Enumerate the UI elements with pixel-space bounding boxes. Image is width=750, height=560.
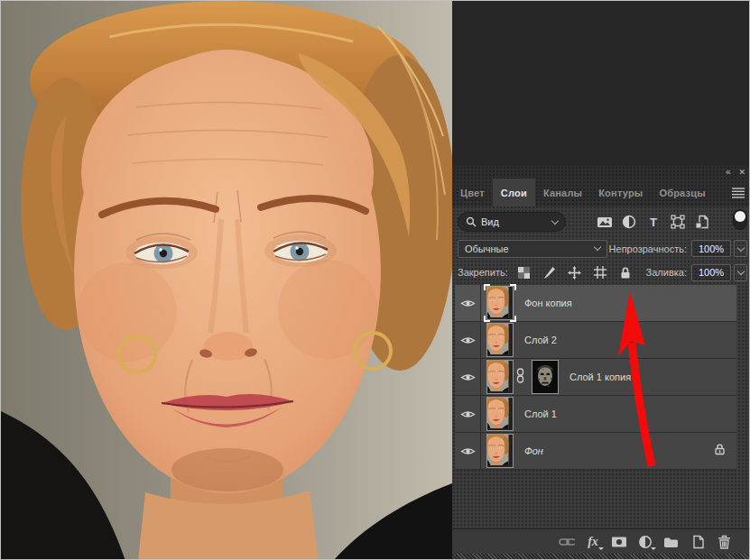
layer-name: Слой 2: [524, 335, 557, 345]
layer-name: Фон: [524, 445, 543, 456]
layer-row-fon[interactable]: Фон: [455, 433, 736, 470]
chevron-down-icon: [736, 243, 744, 251]
selection-bracket: [510, 316, 516, 322]
layer-name: Фон копия: [524, 298, 572, 308]
panel-header: « ✕: [452, 166, 750, 179]
fill-dropdown-button[interactable]: [734, 264, 747, 281]
tab-layers[interactable]: Слои: [493, 179, 535, 207]
eye-icon: [460, 446, 476, 456]
filter-kind-value: Вид: [481, 216, 499, 227]
pixel-layers-icon[interactable]: [597, 215, 613, 230]
lock-transparency-icon[interactable]: [517, 265, 532, 280]
eye-icon: [460, 298, 476, 308]
delete-layer-icon[interactable]: [716, 534, 732, 550]
lock-buttons: [517, 265, 633, 280]
layer-filter-row: Вид T: [452, 207, 750, 237]
smart-object-layers-icon[interactable]: [694, 215, 710, 230]
layer-row-fon-kopiya[interactable]: Фон копия: [455, 285, 736, 322]
chevron-down-icon: [551, 216, 559, 224]
panel-menu-icon[interactable]: [731, 187, 745, 198]
selection-bracket: [484, 316, 490, 322]
workspace-background: [452, 1, 750, 166]
workspace-right-column: « ✕ Цвет Слои Каналы Контуры Образцы: [452, 1, 750, 560]
search-icon: [466, 216, 477, 227]
photoshop-window: « ✕ Цвет Слои Каналы Контуры Образцы: [0, 0, 750, 560]
lock-artboard-icon[interactable]: [593, 265, 607, 280]
eye-icon: [460, 372, 476, 382]
fill-value-field[interactable]: 100%: [691, 264, 731, 281]
chevron-down-icon: [594, 243, 601, 251]
layer-row-sloy-1[interactable]: Слой 1: [455, 396, 736, 433]
document-canvas[interactable]: [1, 1, 452, 560]
lock-all-icon[interactable]: [618, 265, 633, 280]
layer-list: Фон копия Слой 2: [452, 285, 750, 528]
visibility-toggle[interactable]: [455, 285, 481, 321]
layer-mask-thumbnail[interactable]: [531, 359, 560, 395]
opacity-dropdown-button[interactable]: [734, 240, 747, 257]
adjustment-layers-icon[interactable]: [621, 215, 637, 230]
type-layers-icon[interactable]: T: [645, 215, 662, 230]
eye-icon: [460, 335, 476, 345]
mask-link-icon[interactable]: [516, 368, 524, 387]
add-mask-icon[interactable]: [611, 534, 627, 550]
visibility-toggle[interactable]: [455, 322, 481, 358]
eye-icon: [460, 409, 476, 419]
portrait-photo: [1, 1, 452, 560]
layer-thumbnail[interactable]: [486, 396, 514, 432]
lock-pixels-icon[interactable]: [542, 265, 557, 280]
layer-thumbnail[interactable]: [486, 322, 514, 358]
layer-effects-icon[interactable]: fx: [585, 534, 601, 550]
visibility-toggle[interactable]: [455, 359, 481, 395]
adjustment-layer-icon[interactable]: [637, 534, 653, 550]
close-panel-icon[interactable]: ✕: [738, 168, 745, 177]
visibility-toggle[interactable]: [455, 433, 481, 469]
panel-tabbar: Цвет Слои Каналы Контуры Образцы: [452, 179, 750, 207]
opacity-group: Непрозрачность: 100%: [609, 240, 747, 257]
background-lock-icon[interactable]: [714, 443, 726, 459]
layer-name: Слой 1: [524, 409, 557, 419]
tab-paths[interactable]: Контуры: [590, 179, 651, 207]
layers-panel: « ✕ Цвет Слои Каналы Контуры Образцы: [452, 166, 750, 560]
selection-bracket: [484, 284, 490, 290]
selection-bracket: [510, 284, 516, 290]
tab-color[interactable]: Цвет: [452, 179, 493, 207]
fill-group: Заливка: 100%: [646, 264, 747, 281]
opacity-label: Непрозрачность:: [609, 243, 687, 254]
collapse-panel-icon[interactable]: «: [726, 168, 731, 177]
new-layer-icon[interactable]: [690, 534, 706, 550]
layer-thumbnail[interactable]: [486, 285, 514, 321]
caret-down-icon: [651, 547, 656, 550]
fill-label: Заливка:: [646, 267, 687, 278]
blend-mode-value: Обычные: [465, 243, 509, 254]
layer-row-sloy-2[interactable]: Слой 2: [455, 322, 736, 359]
blend-mode-select[interactable]: Обычные: [458, 240, 607, 258]
filter-type-buttons: T: [597, 215, 710, 230]
tab-channels[interactable]: Каналы: [535, 179, 590, 207]
opacity-value-field[interactable]: 100%: [691, 240, 731, 257]
layer-name: Слой 1 копия: [569, 372, 631, 382]
lock-position-icon[interactable]: [568, 265, 582, 280]
chevron-down-icon: [736, 268, 744, 275]
lock-label: Закрепить:: [458, 267, 508, 278]
toggle-knob: [735, 211, 745, 222]
link-layers-icon[interactable]: [559, 534, 575, 550]
caret-down-icon: [598, 547, 604, 550]
blend-mode-row: Обычные Непрозрачность: 100%: [452, 237, 750, 260]
layers-panel-toolbar: fx: [452, 528, 750, 554]
tab-swatches[interactable]: Образцы: [651, 179, 713, 207]
new-group-icon[interactable]: [663, 534, 680, 550]
shape-layers-icon[interactable]: [670, 215, 686, 230]
layer-thumbnail[interactable]: [486, 433, 514, 469]
filter-toggle-switch[interactable]: [733, 209, 747, 230]
panel-resize-strip[interactable]: [452, 554, 750, 560]
layer-row-sloy-1-kopiya[interactable]: Слой 1 копия: [455, 359, 736, 396]
visibility-toggle[interactable]: [455, 396, 481, 432]
layer-thumbnail[interactable]: [486, 359, 514, 395]
lock-row: Закрепить:: [452, 260, 750, 285]
layer-search-field[interactable]: Вид: [458, 212, 566, 232]
